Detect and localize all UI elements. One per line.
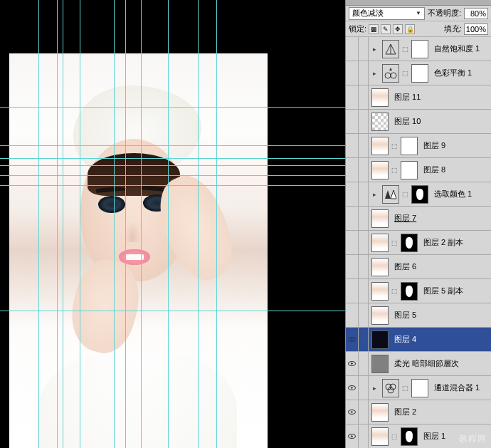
layer-row[interactable]: ▸⬚色彩平衡 1 [346, 61, 491, 85]
layer-link-column[interactable] [359, 424, 369, 448]
layer-visibility-toggle[interactable] [346, 352, 359, 375]
layer-row[interactable]: ⬚图层 2 副本 [346, 231, 491, 255]
layer-thumbnail[interactable] [371, 113, 389, 131]
layer-visibility-toggle[interactable] [346, 207, 359, 230]
guide-horizontal[interactable] [0, 165, 345, 166]
layer-row[interactable]: 图层 2 [346, 400, 491, 424]
layer-thumbnail[interactable] [371, 355, 389, 373]
guide-horizontal[interactable] [0, 145, 345, 146]
layer-link-column[interactable] [359, 400, 369, 424]
layer-mask-thumbnail[interactable] [401, 161, 418, 179]
layer-thumbnail[interactable] [371, 330, 389, 349]
layer-link-column[interactable] [359, 207, 369, 230]
layer-link-column[interactable] [359, 61, 369, 85]
expand-icon[interactable]: ▸ [373, 191, 380, 198]
layer-link-column[interactable] [359, 182, 369, 206]
link-mask-icon[interactable]: ⬚ [391, 288, 398, 295]
layer-name[interactable]: 图层 4 [391, 334, 491, 345]
layer-mask-thumbnail[interactable] [411, 40, 428, 58]
expand-icon[interactable]: ▸ [373, 46, 380, 53]
layer-visibility-toggle[interactable] [346, 303, 359, 327]
layer-link-column[interactable] [359, 352, 369, 375]
link-mask-icon[interactable]: ⬚ [391, 239, 398, 246]
layer-link-column[interactable] [359, 85, 369, 109]
layer-thumbnail[interactable] [371, 161, 389, 179]
guide-vertical[interactable] [114, 0, 115, 448]
link-mask-icon[interactable]: ⬚ [402, 385, 408, 392]
layer-visibility-toggle[interactable] [346, 85, 359, 109]
layer-row[interactable]: 图层 4 [346, 328, 491, 352]
guide-vertical[interactable] [125, 0, 126, 448]
layer-link-column[interactable] [359, 328, 369, 351]
layer-visibility-toggle[interactable] [346, 61, 359, 85]
guide-vertical[interactable] [80, 0, 80, 448]
layer-mask-thumbnail[interactable] [401, 282, 418, 301]
canvas-area[interactable] [0, 0, 345, 448]
blend-mode-select[interactable]: 颜色减淡 ▼ [349, 7, 425, 20]
layer-row[interactable]: ⬚图层 1 [346, 424, 491, 448]
layer-row[interactable]: 图层 11 [346, 85, 491, 110]
expand-icon[interactable]: ▸ [373, 385, 380, 392]
layer-link-column[interactable] [359, 110, 369, 133]
layer-name[interactable]: 图层 5 [391, 310, 491, 321]
layer-visibility-toggle[interactable] [346, 400, 359, 424]
layer-row[interactable]: ▸⬚选取颜色 1 [346, 182, 491, 207]
layer-visibility-toggle[interactable] [346, 328, 359, 351]
guide-horizontal[interactable] [0, 158, 345, 159]
layer-name[interactable]: 图层 8 [421, 165, 491, 175]
layer-name[interactable]: 柔光 暗部细節層次 [391, 358, 491, 369]
layer-link-column[interactable] [359, 37, 369, 61]
guide-horizontal[interactable] [0, 175, 345, 176]
layer-thumbnail[interactable] [371, 234, 389, 252]
layer-name[interactable]: 通道混合器 1 [431, 382, 491, 393]
link-mask-icon[interactable]: ⬚ [402, 70, 408, 77]
layer-visibility-toggle[interactable] [346, 255, 359, 278]
adjustment-icon[interactable] [382, 185, 399, 204]
layer-thumbnail[interactable] [371, 427, 389, 446]
layer-name[interactable]: 色彩平衡 1 [431, 68, 491, 78]
layer-visibility-toggle[interactable] [346, 376, 359, 400]
opacity-input[interactable]: 80% [464, 8, 488, 19]
lock-pixels-icon[interactable]: ✎ [381, 24, 391, 34]
adjustment-icon[interactable] [382, 64, 399, 83]
layer-mask-thumbnail[interactable] [401, 427, 418, 446]
layer-name[interactable]: 图层 5 副本 [421, 286, 491, 296]
layer-mask-thumbnail[interactable] [401, 234, 418, 252]
layer-row[interactable]: 图层 10 [346, 110, 491, 134]
guide-horizontal[interactable] [0, 311, 345, 311]
link-mask-icon[interactable]: ⬚ [402, 46, 408, 53]
layer-link-column[interactable] [359, 231, 369, 254]
layer-visibility-toggle[interactable] [346, 37, 359, 61]
expand-icon[interactable]: ▸ [373, 70, 380, 77]
layer-name[interactable]: 图层 6 [391, 261, 491, 272]
layer-visibility-toggle[interactable] [346, 134, 359, 157]
layer-thumbnail[interactable] [371, 306, 389, 325]
layer-name[interactable]: 图层 10 [391, 116, 491, 127]
layer-link-column[interactable] [359, 376, 369, 400]
layer-visibility-toggle[interactable] [346, 158, 359, 182]
layer-row[interactable]: 图层 6 [346, 255, 491, 279]
layer-link-column[interactable] [359, 134, 369, 157]
lock-position-icon[interactable]: ✥ [393, 24, 403, 34]
layer-visibility-toggle[interactable] [346, 424, 359, 448]
layer-mask-thumbnail[interactable] [411, 64, 428, 83]
layer-thumbnail[interactable] [371, 88, 389, 107]
layer-row[interactable]: 图层 5 [346, 303, 491, 328]
layer-name[interactable]: 图层 9 [421, 140, 491, 151]
layer-visibility-toggle[interactable] [346, 279, 359, 303]
guide-horizontal[interactable] [0, 107, 345, 108]
layer-row[interactable]: 柔光 暗部细節層次 [346, 352, 491, 376]
fill-input[interactable]: 100% [464, 24, 488, 35]
layer-name[interactable]: 图层 11 [391, 92, 491, 103]
guide-vertical[interactable] [198, 0, 199, 448]
guide-vertical[interactable] [168, 0, 169, 448]
layer-mask-thumbnail[interactable] [401, 137, 418, 155]
layer-thumbnail[interactable] [371, 209, 389, 228]
layer-row[interactable]: ⬚图层 5 副本 [346, 279, 491, 303]
guide-vertical[interactable] [38, 0, 39, 448]
guide-vertical[interactable] [216, 0, 217, 448]
layer-name[interactable]: 图层 1 [421, 431, 491, 442]
layer-visibility-toggle[interactable] [346, 231, 359, 254]
layer-name[interactable]: 图层 2 [391, 407, 491, 417]
guide-vertical[interactable] [57, 0, 58, 448]
